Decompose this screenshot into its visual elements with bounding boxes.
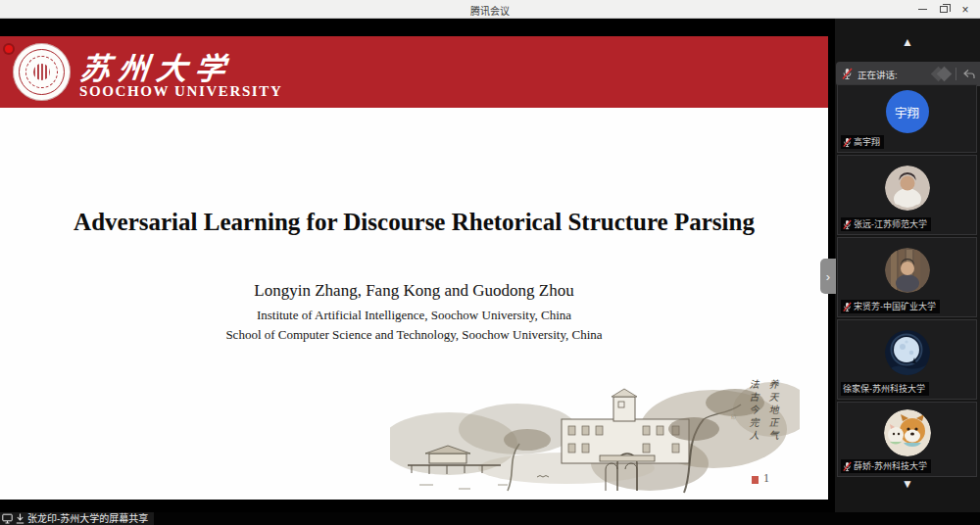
chevron-right-icon: › bbox=[826, 269, 830, 284]
scroll-down-button[interactable]: ▼ bbox=[835, 477, 980, 491]
window-controls: × bbox=[911, 0, 976, 19]
minimize-button[interactable] bbox=[911, 0, 933, 19]
share-download-icon bbox=[16, 513, 24, 524]
motto-column-right: 养天地正气 bbox=[765, 379, 780, 443]
campus-ink-painting: 法古今完人 养天地正气 印 bbox=[390, 375, 800, 499]
participant-tile[interactable]: 宋贤芳-中国矿业大学 bbox=[837, 237, 977, 317]
restore-button[interactable] bbox=[933, 0, 955, 19]
mic-muted-icon bbox=[842, 68, 853, 80]
bottom-status-bar: 张龙印-苏州大学的屏幕共享 bbox=[0, 512, 980, 525]
university-seal-logo bbox=[13, 43, 71, 101]
mic-muted-icon bbox=[843, 137, 852, 148]
participant-name: 徐家保-苏州科技大学 bbox=[843, 383, 925, 395]
close-icon: × bbox=[961, 4, 968, 16]
university-name-english: SOOCHOW UNIVERSITY bbox=[79, 83, 282, 100]
avatar bbox=[884, 409, 931, 456]
slide-affiliation-1: Institute of Artificial Intelligence, So… bbox=[0, 308, 828, 323]
diamonds-logo-icon bbox=[933, 69, 950, 79]
restore-icon bbox=[940, 6, 948, 13]
meeting-main-area: 苏州大学 SOOCHOW UNIVERSITY Adversarial Lear… bbox=[0, 19, 980, 525]
participant-name: 高宇翔 bbox=[854, 136, 880, 148]
window-titlebar: 腾讯会议 × bbox=[0, 0, 980, 19]
participant-tile[interactable]: 薛娇-苏州科技大学 bbox=[837, 402, 977, 477]
monitor-icon bbox=[2, 513, 13, 524]
meeting-window: 腾讯会议 × 苏州大学 SOOCHOW UNIVERSITY bbox=[0, 0, 980, 525]
avatar bbox=[885, 248, 930, 293]
motto-column-left: 法古今完人 bbox=[746, 379, 760, 443]
window-title: 腾讯会议 bbox=[0, 3, 980, 18]
painting-signature: 印 bbox=[730, 414, 737, 420]
screen-share-status-chip: 张龙印-苏州大学的屏幕共享 bbox=[0, 512, 154, 525]
close-button[interactable]: × bbox=[955, 0, 976, 19]
slide-page-number: 1 bbox=[763, 471, 769, 486]
mic-muted-icon bbox=[843, 219, 852, 230]
speaking-label: 正在讲话: bbox=[858, 68, 898, 81]
reply-arrow-icon[interactable] bbox=[962, 69, 975, 80]
painter-seal-icon bbox=[752, 476, 759, 484]
slide-authors: Longyin Zhang, Fang Kong and Guodong Zho… bbox=[0, 281, 828, 301]
participant-tile[interactable]: 张远-江苏师范大学 bbox=[837, 155, 977, 235]
participant-name: 宋贤芳-中国矿业大学 bbox=[854, 301, 936, 312]
participant-name-tag: 宋贤芳-中国矿业大学 bbox=[841, 300, 940, 313]
university-banner: 苏州大学 SOOCHOW UNIVERSITY bbox=[0, 36, 828, 108]
participant-tile[interactable]: 徐家保-苏州科技大学 bbox=[837, 319, 977, 400]
presentation-slide: 苏州大学 SOOCHOW UNIVERSITY Adversarial Lear… bbox=[0, 36, 828, 500]
sidebar-collapse-handle[interactable]: › bbox=[820, 259, 836, 294]
speaking-indicator-bar: 正在讲话: bbox=[836, 62, 980, 86]
participant-name-tag: 薛娇-苏州科技大学 bbox=[841, 459, 931, 473]
slide-title: Adversarial Learning for Discourse Rheto… bbox=[0, 209, 828, 236]
screen-share-view: 苏州大学 SOOCHOW UNIVERSITY Adversarial Lear… bbox=[0, 19, 835, 512]
avatar bbox=[885, 330, 930, 375]
scroll-up-button[interactable]: ▲ bbox=[835, 35, 980, 49]
participant-name-tag: 高宇翔 bbox=[841, 135, 884, 149]
minimize-icon bbox=[918, 9, 927, 10]
university-name-chinese: 苏州大学 bbox=[78, 44, 236, 88]
university-motto: 法古今完人 养天地正气 bbox=[746, 379, 780, 443]
participants-sidebar: ▲ 正在讲话: bbox=[835, 19, 980, 512]
screen-share-status-text: 张龙印-苏州大学的屏幕共享 bbox=[27, 512, 148, 525]
slide-affiliation-2: School of Computer Science and Technolog… bbox=[0, 327, 828, 343]
participant-name: 薛娇-苏州科技大学 bbox=[854, 460, 927, 472]
divider bbox=[956, 68, 956, 80]
triangle-up-icon: ▲ bbox=[902, 35, 913, 49]
mic-muted-icon bbox=[843, 302, 852, 312]
triangle-down-icon: ▼ bbox=[902, 477, 913, 491]
participant-tile[interactable]: 宇翔 高宇翔 bbox=[837, 84, 977, 153]
recording-dot-icon bbox=[5, 45, 13, 53]
participant-name-tag: 张远-江苏师范大学 bbox=[841, 217, 931, 231]
participant-name: 张远-江苏师范大学 bbox=[854, 218, 927, 230]
participant-name-tag: 徐家保-苏州科技大学 bbox=[841, 382, 929, 396]
mic-muted-icon bbox=[843, 461, 852, 472]
avatar: 宇翔 bbox=[886, 90, 929, 133]
avatar bbox=[885, 166, 930, 211]
